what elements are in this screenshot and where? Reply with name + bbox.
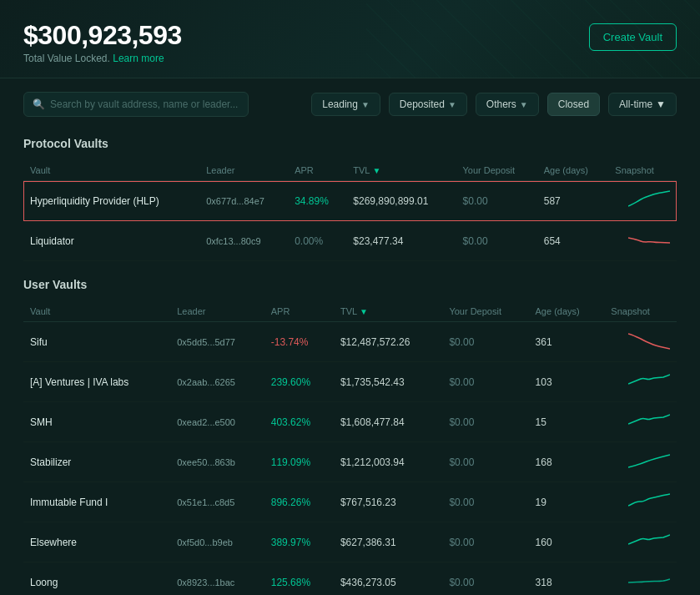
col-age: Age (days) [529,301,605,322]
snapshot-cell [604,522,677,562]
col-tvl[interactable]: TVL ▼ [334,301,442,322]
user-table-row[interactable]: Stabilizer 0xee50...863b 119.09% $1,212,… [23,442,677,482]
apr-value: 389.97% [264,522,334,562]
vault-name: Loong [23,562,170,596]
protocol-vaults-title: Protocol Vaults [23,137,677,150]
age-value: 103 [529,362,605,402]
age-value: 361 [529,322,605,362]
age-value: 160 [529,522,605,562]
user-table-row[interactable]: [A] Ventures | IVA labs 0x2aab...6265 23… [23,362,677,402]
tvl-value: $12,487,572.26 [334,322,442,362]
user-table-row[interactable]: Elsewhere 0xf5d0...b9eb 389.97% $627,386… [23,522,677,562]
leader-address: 0xead2...e500 [170,402,264,442]
user-table-row[interactable]: Immutable Fund I 0x51e1...c8d5 896.26% $… [23,482,677,522]
tvl-value: $23,477.34 [346,221,456,261]
deposit-value: $0.00 [442,522,528,562]
apr-value: 119.09% [264,442,334,482]
deposit-value: $0.00 [442,362,528,402]
search-icon: 🔍 [33,98,45,110]
protocol-vaults-table: Vault Leader APR TVL ▼ Your Deposit Age … [23,160,677,261]
leader-address: 0x677d...84e7 [199,181,288,221]
user-table-row[interactable]: Loong 0x8923...1bac 125.68% $436,273.05 … [23,562,677,596]
tvl-value: $436,273.05 [334,562,442,596]
col-apr: APR [288,160,346,181]
create-vault-button[interactable]: Create Vault [589,23,677,51]
vault-name: SMH [23,402,170,442]
tvl-value: $627,386.31 [334,522,442,562]
leader-address: 0xee50...863b [170,442,264,482]
vault-name: Hyperliquidity Provider (HLP) [23,181,199,221]
vault-name: Immutable Fund I [23,482,170,522]
tvl-label: Total Value Locked. Learn more [23,53,677,64]
apr-value: 239.60% [264,362,334,402]
user-table-header-row: Vault Leader APR TVL ▼ Your Deposit Age … [23,301,677,322]
alltime-filter-button[interactable]: All-time ▼ [608,93,677,116]
chevron-down-icon: ▼ [656,98,666,110]
age-value: 587 [537,181,609,221]
search-box[interactable]: 🔍 [23,92,249,117]
leading-filter-button[interactable]: Leading ▼ [311,93,380,116]
snapshot-cell [608,221,677,261]
age-value: 168 [529,442,605,482]
deposit-value: $0.00 [442,402,528,442]
snapshot-cell [604,482,677,522]
snapshot-cell [604,362,677,402]
leader-address: 0x5dd5...5d77 [170,322,264,362]
tvl-value: $1,608,477.84 [334,402,442,442]
deposit-value: $0.00 [456,221,537,261]
apr-value: 34.89% [288,181,346,221]
deposit-value: $0.00 [442,442,528,482]
user-vaults-title: User Vaults [23,278,677,291]
apr-value: 896.26% [264,482,334,522]
user-table-row[interactable]: Sifu 0x5dd5...5d77 -13.74% $12,487,572.2… [23,322,677,362]
snapshot-cell [604,402,677,442]
vault-name: Stabilizer [23,442,170,482]
leader-address: 0x8923...1bac [170,562,264,596]
sort-arrow-icon: ▼ [373,166,381,175]
apr-value: 0.00% [288,221,346,261]
col-snapshot: Snapshot [604,301,677,322]
protocol-table-row[interactable]: Hyperliquidity Provider (HLP) 0x677d...8… [23,181,677,221]
col-snapshot: Snapshot [608,160,677,181]
chevron-down-icon: ▼ [520,100,528,109]
snapshot-cell [604,322,677,362]
deposit-value: $0.00 [442,322,528,362]
col-tvl[interactable]: TVL ▼ [346,160,456,181]
apr-value: 403.62% [264,402,334,442]
content: 🔍 Leading ▼ Deposited ▼ Others ▼ Closed … [0,78,700,595]
col-age: Age (days) [537,160,609,181]
col-apr: APR [264,301,334,322]
deposit-value: $0.00 [442,482,528,522]
col-deposit: Your Deposit [456,160,537,181]
deposited-filter-button[interactable]: Deposited ▼ [389,93,467,116]
user-table-row[interactable]: SMH 0xead2...e500 403.62% $1,608,477.84 … [23,402,677,442]
col-vault: Vault [23,301,170,322]
protocol-table-header-row: Vault Leader APR TVL ▼ Your Deposit Age … [23,160,677,181]
snapshot-cell [608,181,677,221]
apr-value: -13.74% [264,322,334,362]
col-leader: Leader [170,301,264,322]
deposit-value: $0.00 [442,562,528,596]
age-value: 654 [537,221,609,261]
apr-value: 125.68% [264,562,334,596]
closed-filter-button[interactable]: Closed [547,93,600,116]
col-leader: Leader [199,160,288,181]
leader-address: 0x51e1...c8d5 [170,482,264,522]
header: $300,923,593 Total Value Locked. Learn m… [0,0,700,78]
vault-name: Sifu [23,322,170,362]
protocol-table-row[interactable]: Liquidator 0xfc13...80c9 0.00% $23,477.3… [23,221,677,261]
others-filter-button[interactable]: Others ▼ [476,93,539,116]
learn-more-link[interactable]: Learn more [113,53,164,64]
tvl-value: $1,735,542.43 [334,362,442,402]
vault-name: Liquidator [23,221,199,261]
deposit-value: $0.00 [456,181,537,221]
search-input[interactable] [50,98,239,110]
col-deposit: Your Deposit [442,301,528,322]
leader-address: 0xfc13...80c9 [199,221,288,261]
snapshot-cell [604,442,677,482]
chevron-down-icon: ▼ [361,100,370,109]
tvl-value: $1,212,003.94 [334,442,442,482]
vault-name: Elsewhere [23,522,170,562]
age-value: 15 [529,402,605,442]
sort-arrow-icon: ▼ [360,307,368,316]
